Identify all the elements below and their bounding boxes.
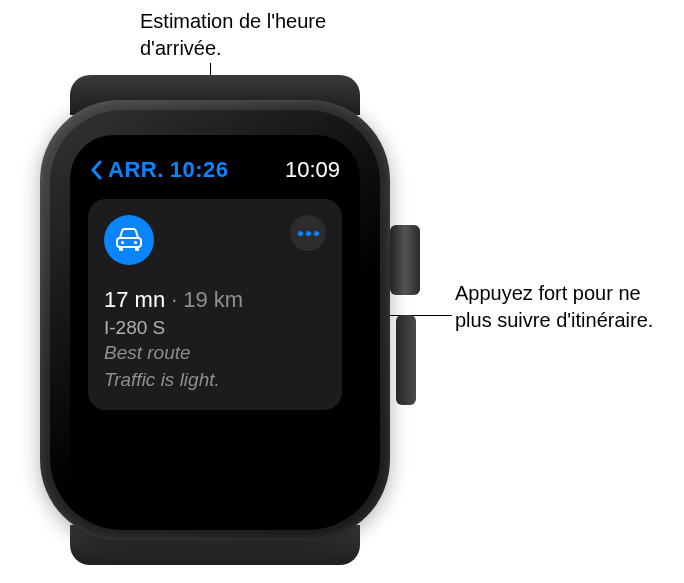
clock-time: 10:09 bbox=[285, 157, 340, 183]
route-card[interactable]: 17 mn·19 km I-280 S Best route Traffic i… bbox=[88, 199, 342, 410]
digital-crown[interactable] bbox=[390, 225, 420, 295]
svg-rect-3 bbox=[119, 247, 123, 251]
stats-separator: · bbox=[171, 287, 177, 312]
route-stats: 17 mn·19 km bbox=[104, 287, 326, 313]
status-bar: ARR. 10:26 10:09 bbox=[88, 153, 342, 187]
more-button[interactable] bbox=[290, 215, 326, 251]
chevron-left-icon bbox=[90, 160, 102, 180]
callout-eta: Estimation de l'heure d'arrivée. bbox=[140, 8, 370, 62]
ellipsis-icon bbox=[314, 231, 319, 236]
card-top-row bbox=[104, 215, 326, 265]
route-duration: 17 mn bbox=[104, 287, 165, 312]
route-note-line1: Best route bbox=[104, 341, 326, 366]
svg-point-2 bbox=[134, 241, 137, 244]
route-distance: 19 km bbox=[183, 287, 243, 312]
callout-force-touch: Appuyez fort pour ne plus suivre d'itiné… bbox=[455, 280, 655, 334]
car-icon bbox=[104, 215, 154, 265]
svg-rect-0 bbox=[117, 238, 141, 247]
back-arrival-button[interactable]: ARR. 10:26 bbox=[90, 157, 229, 183]
side-button[interactable] bbox=[396, 315, 416, 405]
arrival-prefix: ARR. bbox=[108, 157, 164, 183]
ellipsis-icon bbox=[306, 231, 311, 236]
watch-screen[interactable]: ARR. 10:26 10:09 bbox=[70, 135, 360, 497]
ellipsis-icon bbox=[298, 231, 303, 236]
svg-point-1 bbox=[121, 241, 124, 244]
arrival-time: 10:26 bbox=[170, 157, 229, 183]
watch-device: ARR. 10:26 10:09 bbox=[10, 75, 420, 565]
route-note-line2: Traffic is light. bbox=[104, 368, 326, 393]
svg-rect-4 bbox=[135, 247, 139, 251]
route-road: I-280 S bbox=[104, 317, 326, 339]
